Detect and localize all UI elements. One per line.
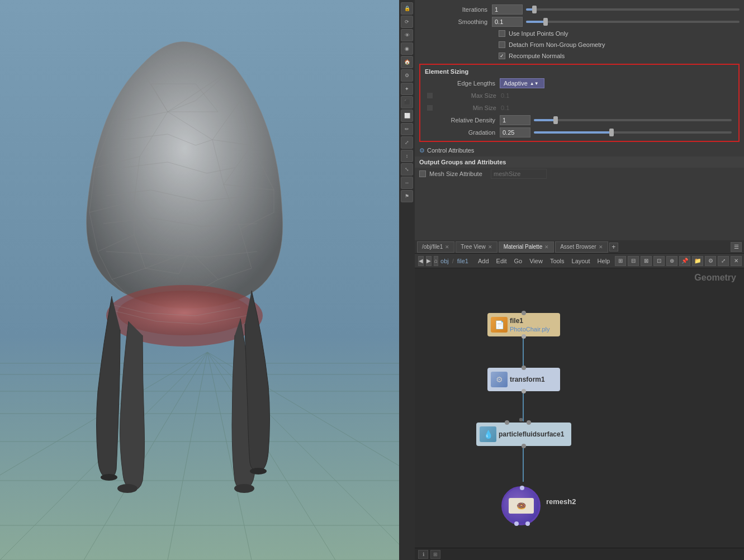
grid-icon-4[interactable]: ⊡: [653, 256, 665, 266]
use-input-points-label: Use Input Points Only: [509, 30, 568, 37]
toolbar-btn-7[interactable]: ✦: [401, 83, 413, 95]
iterations-slider[interactable]: [526, 8, 740, 11]
tab-asset-browser[interactable]: Asset Browser ✕: [555, 241, 608, 253]
smoothing-slider[interactable]: [526, 21, 740, 23]
detach-label: Detach From Non-Group Geometry: [509, 41, 605, 48]
home-btn[interactable]: ⌂: [434, 256, 438, 266]
pfs1-label: particlefluidsurface1: [499, 430, 564, 438]
toolbar-btn-4[interactable]: ◉: [401, 42, 413, 55]
element-sizing-box: Element Sizing Edge Lengths Adaptive ▲▼ …: [419, 64, 740, 142]
relative-density-row: Relative Density: [423, 114, 736, 126]
toolbar-btn-9[interactable]: ⬜: [401, 110, 413, 122]
iterations-input[interactable]: [492, 4, 523, 15]
smoothing-input[interactable]: [492, 17, 523, 27]
tab-close-2[interactable]: ✕: [544, 244, 549, 250]
toolbar-btn-3[interactable]: 👁: [401, 29, 413, 41]
tab-add-button[interactable]: +: [609, 243, 618, 251]
transform1-icon: ⚙: [491, 372, 508, 387]
toolbar-btn-15[interactable]: ⚑: [401, 190, 413, 202]
grid-icon-2[interactable]: ⊟: [628, 256, 639, 266]
mesh-size-input[interactable]: [491, 169, 547, 179]
remesh2-node[interactable]: 🍩 remesh2: [501, 486, 541, 525]
graph-content[interactable]: Geometry 📄 file1 PhotoChair.ply: [415, 268, 744, 548]
gear-icon: ⚙: [419, 147, 425, 154]
tab-close-0[interactable]: ✕: [445, 244, 449, 250]
toolbar-btn-6[interactable]: ⚙: [401, 69, 413, 82]
geometry-label: Geometry: [694, 273, 736, 283]
smoothing-label: Smoothing: [419, 18, 492, 25]
graph-options-btn[interactable]: ☰: [731, 242, 742, 252]
iterations-label: Iterations: [419, 6, 492, 13]
tab-bar: /obj/file1 ✕ Tree View ✕ Material Palett…: [415, 240, 744, 254]
graph-toolbar: ◀ ▶ ⌂ obj / file1 Add Edit Go View Tools…: [415, 254, 744, 268]
file1-node[interactable]: 📄 file1 PhotoChair.ply: [487, 313, 560, 336]
transform1-label: transform1: [510, 376, 545, 383]
grid-icon-3[interactable]: ⊠: [641, 256, 652, 266]
viewport-3d[interactable]: 🔒 ⟳ 👁 ◉ 🏠 ⚙ ✦ ⬛ ⬜ ✏ ⤢ ↕ ⤡ ↔ ⚑: [0, 0, 415, 560]
path-obj[interactable]: obj: [440, 258, 449, 264]
mesh-size-checkbox[interactable]: [419, 170, 426, 177]
pin-icon[interactable]: 📌: [679, 256, 690, 266]
remesh2-circle: 🍩: [501, 486, 541, 525]
toolbar-btn-14[interactable]: ↔: [401, 177, 413, 189]
toolbar-btn-10[interactable]: ✏: [401, 123, 413, 135]
max-size-row: Max Size 0.1: [423, 89, 736, 102]
status-grid-btn[interactable]: ⊞: [430, 550, 440, 559]
toolbar-btn-11[interactable]: ⤢: [401, 136, 413, 149]
gradation-slider[interactable]: [534, 131, 732, 134]
folder-icon[interactable]: 📁: [692, 256, 703, 266]
path-file[interactable]: file1: [457, 258, 468, 264]
expand-icon[interactable]: ⤢: [718, 256, 729, 266]
menu-layout[interactable]: Layout: [569, 257, 593, 265]
tab-close-3[interactable]: ✕: [599, 244, 603, 250]
detach-checkbox[interactable]: [499, 41, 505, 48]
edge-lengths-dropdown[interactable]: Adaptive ▲▼: [500, 78, 544, 88]
file1-sublabel: PhotoChair.ply: [510, 326, 550, 333]
relative-density-slider[interactable]: [534, 119, 732, 121]
gradation-input[interactable]: [500, 127, 530, 137]
tab-tree-view[interactable]: Tree View ✕: [456, 241, 497, 253]
menu-edit[interactable]: Edit: [494, 257, 510, 265]
pfs1-icon: 💧: [480, 426, 496, 442]
transform1-node[interactable]: ⚙ transform1: [487, 368, 560, 391]
use-input-points-checkbox[interactable]: [499, 30, 505, 37]
detach-row: Detach From Non-Group Geometry: [415, 39, 744, 50]
remesh2-inner: 🍩: [509, 498, 534, 514]
menu-help[interactable]: Help: [595, 257, 613, 265]
settings-icon[interactable]: ⚙: [705, 256, 716, 266]
tab-material-palette[interactable]: Material Palette ✕: [499, 241, 554, 253]
nav-back-btn[interactable]: ◀: [418, 256, 424, 266]
snap-icon[interactable]: ⊕: [666, 256, 677, 266]
grid-icon-1[interactable]: ⊞: [615, 256, 626, 266]
nav-forward-btn[interactable]: ▶: [426, 256, 432, 266]
toolbar-btn-2[interactable]: ⟳: [401, 16, 413, 28]
graph-menu: Add Edit Go View Tools Layout Help: [475, 257, 613, 265]
recompute-row: ✓ Recompute Normals: [415, 50, 744, 61]
file1-label: file1: [510, 317, 550, 325]
status-info-btn[interactable]: ℹ: [418, 550, 428, 559]
menu-go[interactable]: Go: [511, 257, 525, 265]
min-size-row: Min Size 0.1: [423, 102, 736, 114]
toolbar-btn-8[interactable]: ⬛: [401, 96, 413, 108]
control-attributes-label: Control Attributes: [427, 147, 474, 154]
relative-density-input[interactable]: [500, 115, 530, 125]
close-icon[interactable]: ✕: [731, 256, 742, 266]
recompute-checkbox[interactable]: ✓: [499, 53, 505, 59]
remesh2-dot-top: [520, 486, 524, 490]
toolbar-btn-13[interactable]: ⤡: [401, 163, 413, 175]
tab-obj-file1[interactable]: /obj/file1 ✕: [417, 241, 454, 253]
svg-point-75: [117, 291, 252, 335]
max-size-value: 0.1: [501, 92, 509, 99]
menu-add[interactable]: Add: [475, 257, 492, 265]
menu-view[interactable]: View: [527, 257, 546, 265]
toolbar-btn-1[interactable]: 🔒: [401, 2, 413, 15]
pfs1-node[interactable]: 💧 particlefluidsurface1: [476, 423, 571, 446]
gradation-row: Gradation: [423, 126, 736, 139]
gradation-label: Gradation: [427, 129, 500, 136]
conn-pfs-remesh: [523, 448, 524, 482]
menu-tools[interactable]: Tools: [547, 257, 567, 265]
pfs1-dot-top-left: [505, 420, 509, 425]
toolbar-btn-5[interactable]: 🏠: [401, 56, 413, 68]
tab-close-1[interactable]: ✕: [488, 244, 492, 250]
toolbar-btn-12[interactable]: ↕: [401, 150, 413, 162]
